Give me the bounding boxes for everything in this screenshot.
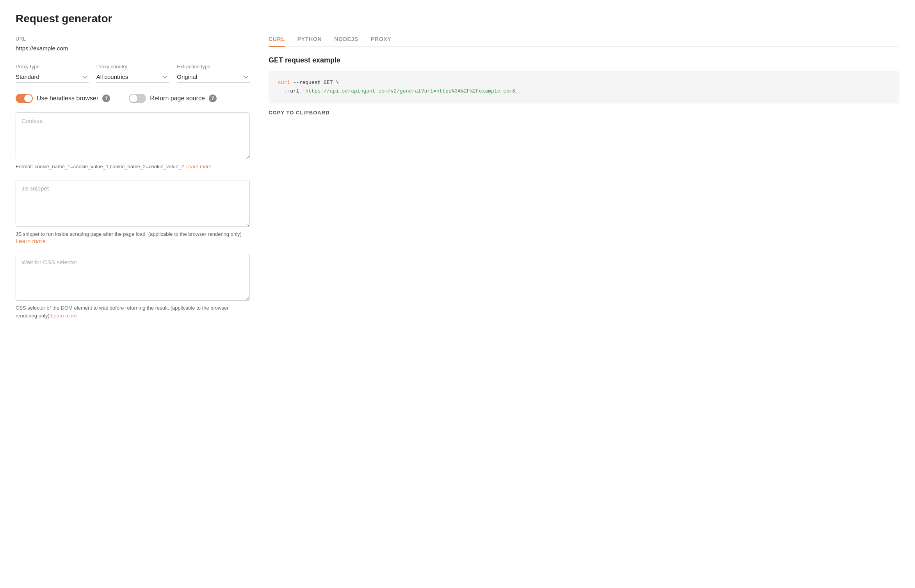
- extraction-type-select[interactable]: Original Markdown Text: [177, 72, 250, 83]
- proxy-country-label: Proxy country: [96, 64, 169, 69]
- proxy-type-select[interactable]: Standard Residential Mobile: [16, 72, 89, 83]
- page-source-toggle[interactable]: [129, 94, 146, 103]
- url-label: URL: [16, 36, 250, 42]
- code-block: curl --request GET \ --url 'https://api.…: [269, 71, 899, 103]
- code-line-1: curl --request GET \: [278, 78, 890, 87]
- url-section: URL: [16, 36, 250, 54]
- tab-nodejs[interactable]: NODEJS: [334, 36, 358, 47]
- code-line-2: --url 'https://api.scrapingant.com/v2/ge…: [278, 87, 890, 96]
- cookies-learn-more[interactable]: Learn more: [185, 164, 211, 169]
- proxy-type-label: Proxy type: [16, 64, 89, 69]
- page-source-label: Return page source: [150, 95, 205, 102]
- copy-to-clipboard-button[interactable]: COPY TO CLIPBOARD: [269, 110, 330, 116]
- code-curl-keyword: curl: [278, 80, 290, 86]
- page-source-help-icon[interactable]: ?: [209, 94, 217, 102]
- tabs-row: CURL PYTHON NODEJS PROXY: [269, 36, 899, 47]
- tab-proxy[interactable]: PROXY: [371, 36, 392, 47]
- headless-slider: [16, 94, 33, 103]
- page-source-toggle-group: Return page source ?: [129, 94, 217, 103]
- url-input[interactable]: [16, 43, 250, 54]
- proxy-type-group: Proxy type Standard Residential Mobile: [16, 64, 89, 83]
- js-snippet-section: JS snippet to run inside scraping page a…: [16, 180, 250, 245]
- code-flag-request: --request GET \: [293, 80, 339, 86]
- page-source-slider: [129, 94, 146, 103]
- extraction-type-label: Extraction type: [177, 64, 250, 69]
- headless-toggle[interactable]: [16, 94, 33, 103]
- headless-help-icon[interactable]: ?: [102, 94, 110, 102]
- right-panel: CURL PYTHON NODEJS PROXY GET request exa…: [269, 36, 899, 116]
- code-url-value: 'https://api.scrapingant.com/v2/general?…: [302, 88, 525, 94]
- proxy-country-group: Proxy country All countries United State…: [96, 64, 169, 83]
- css-selector-textarea[interactable]: [16, 254, 250, 301]
- headless-label: Use headless browser: [37, 95, 98, 102]
- css-selector-helper: CSS selector of the DOM element to wait …: [16, 304, 250, 319]
- js-snippet-textarea[interactable]: [16, 180, 250, 227]
- cookies-textarea[interactable]: [16, 112, 250, 159]
- proxy-country-select[interactable]: All countries United States United Kingd…: [96, 72, 169, 83]
- page-title: Request generator: [16, 12, 899, 25]
- cookies-helper: Format: cookie_name_1=cookie_value_1;coo…: [16, 163, 250, 171]
- cookies-section: Format: cookie_name_1=cookie_value_1;coo…: [16, 112, 250, 171]
- css-selector-learn-more[interactable]: Learn more: [51, 313, 77, 319]
- css-selector-section: CSS selector of the DOM element to wait …: [16, 254, 250, 319]
- js-snippet-helper: JS snippet to run inside scraping page a…: [16, 230, 250, 238]
- js-snippet-learn-more[interactable]: Learn more: [16, 238, 46, 244]
- dropdowns-row: Proxy type Standard Residential Mobile P…: [16, 64, 250, 83]
- toggle-row: Use headless browser ? Return page sourc…: [16, 94, 250, 103]
- extraction-type-group: Extraction type Original Markdown Text: [177, 64, 250, 83]
- headless-toggle-group: Use headless browser ?: [16, 94, 110, 103]
- left-panel: URL Proxy type Standard Residential Mobi…: [16, 36, 250, 319]
- tab-python[interactable]: PYTHON: [297, 36, 322, 47]
- tab-curl[interactable]: CURL: [269, 36, 285, 47]
- code-section-title: GET request example: [269, 56, 899, 64]
- code-flag-url: --url: [278, 88, 302, 94]
